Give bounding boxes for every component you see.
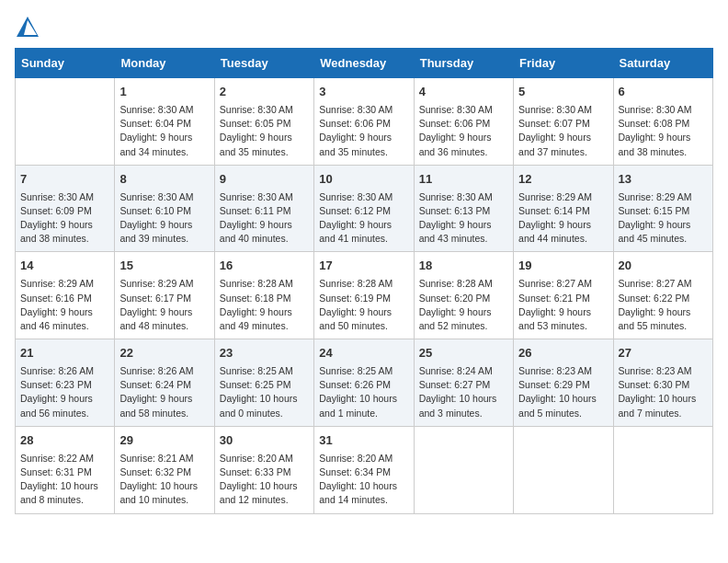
day-info: Sunrise: 8:29 AMSunset: 6:14 PMDaylight:… — [518, 190, 608, 247]
calendar-table: SundayMondayTuesdayWednesdayThursdayFrid… — [15, 48, 713, 514]
logo — [15, 15, 44, 40]
day-info: Sunrise: 8:27 AMSunset: 6:22 PMDaylight:… — [619, 277, 708, 333]
calendar-cell: 21Sunrise: 8:26 AMSunset: 6:23 PMDayligh… — [16, 339, 115, 427]
day-info: Sunrise: 8:30 AMSunset: 6:08 PMDaylight:… — [619, 103, 708, 159]
header-day-sunday: Sunday — [16, 49, 115, 78]
day-info: Sunrise: 8:23 AMSunset: 6:30 PMDaylight:… — [619, 364, 708, 420]
day-number: 7 — [20, 171, 109, 189]
calendar-cell: 5Sunrise: 8:30 AMSunset: 6:07 PMDaylight… — [514, 78, 613, 166]
calendar-cell: 20Sunrise: 8:27 AMSunset: 6:22 PMDayligh… — [613, 252, 712, 339]
day-info: Sunrise: 8:30 AMSunset: 6:13 PMDaylight:… — [419, 190, 508, 247]
calendar-cell: 18Sunrise: 8:28 AMSunset: 6:20 PMDayligh… — [414, 252, 513, 339]
calendar-cell: 19Sunrise: 8:27 AMSunset: 6:21 PMDayligh… — [514, 252, 613, 339]
calendar-cell: 22Sunrise: 8:26 AMSunset: 6:24 PMDayligh… — [115, 339, 214, 427]
calendar-cell: 16Sunrise: 8:28 AMSunset: 6:18 PMDayligh… — [214, 252, 313, 339]
calendar-cell: 29Sunrise: 8:21 AMSunset: 6:32 PMDayligh… — [115, 426, 214, 513]
day-number: 31 — [319, 432, 408, 450]
calendar-cell: 31Sunrise: 8:20 AMSunset: 6:34 PMDayligh… — [314, 426, 414, 513]
day-number: 17 — [319, 258, 408, 275]
week-row-2: 7Sunrise: 8:30 AMSunset: 6:09 PMDaylight… — [16, 165, 713, 252]
day-number: 13 — [619, 171, 708, 189]
day-number: 27 — [619, 345, 708, 362]
day-info: Sunrise: 8:23 AMSunset: 6:29 PMDaylight:… — [518, 364, 608, 420]
day-number: 8 — [119, 171, 209, 189]
header-day-monday: Monday — [115, 49, 214, 78]
day-info: Sunrise: 8:28 AMSunset: 6:20 PMDaylight:… — [419, 277, 508, 333]
calendar-cell: 25Sunrise: 8:24 AMSunset: 6:27 PMDayligh… — [414, 339, 513, 427]
calendar-cell: 26Sunrise: 8:23 AMSunset: 6:29 PMDayligh… — [514, 339, 613, 427]
calendar-header: SundayMondayTuesdayWednesdayThursdayFrid… — [16, 49, 713, 78]
day-number: 21 — [20, 345, 109, 362]
day-info: Sunrise: 8:30 AMSunset: 6:06 PMDaylight:… — [319, 103, 408, 159]
day-number: 12 — [518, 171, 608, 189]
calendar-cell: 1Sunrise: 8:30 AMSunset: 6:04 PMDaylight… — [115, 78, 214, 166]
day-number: 25 — [419, 345, 508, 362]
day-info: Sunrise: 8:26 AMSunset: 6:23 PMDaylight:… — [20, 364, 109, 420]
day-info: Sunrise: 8:20 AMSunset: 6:33 PMDaylight:… — [220, 452, 309, 508]
calendar-cell — [414, 426, 513, 513]
day-number: 26 — [518, 345, 608, 362]
calendar-cell: 15Sunrise: 8:29 AMSunset: 6:17 PMDayligh… — [115, 252, 214, 339]
day-info: Sunrise: 8:28 AMSunset: 6:19 PMDaylight:… — [319, 277, 408, 333]
calendar-cell: 9Sunrise: 8:30 AMSunset: 6:11 PMDaylight… — [214, 165, 313, 252]
day-info: Sunrise: 8:29 AMSunset: 6:17 PMDaylight:… — [119, 277, 209, 333]
day-number: 19 — [518, 258, 608, 275]
calendar-cell: 13Sunrise: 8:29 AMSunset: 6:15 PMDayligh… — [613, 165, 712, 252]
week-row-1: 1Sunrise: 8:30 AMSunset: 6:04 PMDaylight… — [16, 78, 713, 166]
calendar-body: 1Sunrise: 8:30 AMSunset: 6:04 PMDaylight… — [16, 78, 713, 514]
week-row-5: 28Sunrise: 8:22 AMSunset: 6:31 PMDayligh… — [16, 426, 713, 513]
calendar-cell: 27Sunrise: 8:23 AMSunset: 6:30 PMDayligh… — [613, 339, 712, 427]
day-info: Sunrise: 8:30 AMSunset: 6:11 PMDaylight:… — [220, 190, 309, 247]
calendar-cell: 28Sunrise: 8:22 AMSunset: 6:31 PMDayligh… — [16, 426, 115, 513]
day-info: Sunrise: 8:25 AMSunset: 6:26 PMDaylight:… — [319, 364, 408, 420]
day-number: 10 — [319, 171, 408, 189]
day-info: Sunrise: 8:21 AMSunset: 6:32 PMDaylight:… — [119, 452, 209, 508]
day-number: 16 — [220, 258, 309, 275]
calendar-cell — [514, 426, 613, 513]
day-info: Sunrise: 8:29 AMSunset: 6:15 PMDaylight:… — [619, 190, 708, 247]
day-number: 4 — [419, 84, 508, 101]
day-number: 24 — [319, 345, 408, 362]
day-number: 3 — [319, 84, 408, 101]
header-day-friday: Friday — [514, 49, 613, 78]
day-info: Sunrise: 8:30 AMSunset: 6:05 PMDaylight:… — [220, 103, 309, 159]
day-info: Sunrise: 8:30 AMSunset: 6:07 PMDaylight:… — [518, 103, 608, 159]
week-row-4: 21Sunrise: 8:26 AMSunset: 6:23 PMDayligh… — [16, 339, 713, 427]
calendar-cell: 24Sunrise: 8:25 AMSunset: 6:26 PMDayligh… — [314, 339, 414, 427]
day-number: 15 — [119, 258, 209, 275]
calendar-cell: 2Sunrise: 8:30 AMSunset: 6:05 PMDaylight… — [214, 78, 313, 166]
day-number: 22 — [119, 345, 209, 362]
day-number: 28 — [20, 432, 109, 450]
week-row-3: 14Sunrise: 8:29 AMSunset: 6:16 PMDayligh… — [16, 252, 713, 339]
header-day-thursday: Thursday — [414, 49, 513, 78]
calendar-cell: 6Sunrise: 8:30 AMSunset: 6:08 PMDaylight… — [613, 78, 712, 166]
day-number: 23 — [220, 345, 309, 362]
calendar-cell: 3Sunrise: 8:30 AMSunset: 6:06 PMDaylight… — [314, 78, 414, 166]
day-info: Sunrise: 8:22 AMSunset: 6:31 PMDaylight:… — [20, 452, 109, 508]
page-header — [15, 15, 713, 40]
day-number: 1 — [119, 84, 209, 101]
day-number: 30 — [220, 432, 309, 450]
day-number: 6 — [619, 84, 708, 101]
calendar-cell: 10Sunrise: 8:30 AMSunset: 6:12 PMDayligh… — [314, 165, 414, 252]
day-number: 14 — [20, 258, 109, 275]
day-number: 2 — [220, 84, 309, 101]
day-number: 29 — [119, 432, 209, 450]
calendar-cell: 12Sunrise: 8:29 AMSunset: 6:14 PMDayligh… — [514, 165, 613, 252]
day-info: Sunrise: 8:28 AMSunset: 6:18 PMDaylight:… — [220, 277, 309, 333]
day-info: Sunrise: 8:30 AMSunset: 6:10 PMDaylight:… — [119, 190, 209, 247]
calendar-cell: 23Sunrise: 8:25 AMSunset: 6:25 PMDayligh… — [214, 339, 313, 427]
calendar-cell — [613, 426, 712, 513]
day-info: Sunrise: 8:25 AMSunset: 6:25 PMDaylight:… — [220, 364, 309, 420]
calendar-cell: 30Sunrise: 8:20 AMSunset: 6:33 PMDayligh… — [214, 426, 313, 513]
logo-icon — [15, 15, 40, 40]
day-info: Sunrise: 8:24 AMSunset: 6:27 PMDaylight:… — [419, 364, 508, 420]
calendar-cell — [16, 78, 115, 166]
day-info: Sunrise: 8:29 AMSunset: 6:16 PMDaylight:… — [20, 277, 109, 333]
day-info: Sunrise: 8:20 AMSunset: 6:34 PMDaylight:… — [319, 452, 408, 508]
day-number: 5 — [518, 84, 608, 101]
calendar-cell: 4Sunrise: 8:30 AMSunset: 6:06 PMDaylight… — [414, 78, 513, 166]
header-day-wednesday: Wednesday — [314, 49, 414, 78]
day-info: Sunrise: 8:30 AMSunset: 6:09 PMDaylight:… — [20, 190, 109, 247]
day-number: 20 — [619, 258, 708, 275]
